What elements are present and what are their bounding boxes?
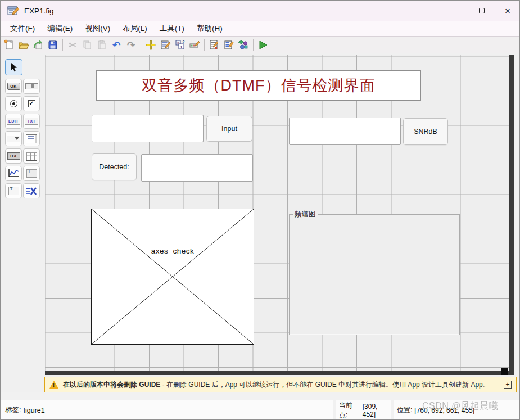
title-bar: EXP1.fig ×	[1, 1, 520, 21]
close-button[interactable]: ×	[495, 1, 520, 21]
guide-window: EXP1.fig × 文件(F) 编辑(E) 视图(V) 布局(L) 工具(T)…	[0, 0, 520, 420]
palette-listbox[interactable]	[23, 131, 40, 146]
banner-text: 在以后的版本中将会删除 GUIDE - 在删除 GUIDE 后，App 可以继续…	[63, 380, 490, 390]
fig-file-icon	[7, 5, 20, 16]
status-tag-field: 标签: figure1	[1, 400, 333, 420]
toolbar-editor-icon	[189, 39, 200, 51]
axes-diagonals	[92, 209, 254, 344]
palette-radio-button[interactable]	[5, 96, 22, 111]
figure-resize-handle[interactable]	[501, 368, 508, 375]
table-icon	[26, 152, 37, 161]
open-figure-icon	[18, 39, 29, 51]
palette-popup-menu[interactable]	[5, 131, 22, 146]
menu-tools[interactable]: 工具(T)	[153, 21, 191, 36]
figure-edge-bottom	[45, 371, 514, 375]
minimize-icon	[453, 11, 459, 11]
spectrum-panel[interactable]: 频谱图	[289, 214, 460, 335]
menu-edit[interactable]: 编辑(E)	[41, 21, 79, 36]
banner-expand-button[interactable]: +	[504, 381, 512, 389]
activex-icon	[26, 187, 37, 196]
paste-button	[94, 38, 109, 52]
maximize-button[interactable]	[469, 1, 495, 21]
object-browser-button[interactable]	[236, 38, 251, 52]
listbox-icon	[26, 134, 37, 143]
palette-button-group[interactable]: T	[5, 183, 22, 198]
status-current-point-field: 当前点: [309, 452]	[336, 400, 391, 420]
tab-order-editor-icon: 3 1 2	[174, 39, 186, 51]
menu-editor-button[interactable]	[158, 38, 173, 52]
palette-table[interactable]	[23, 148, 40, 164]
undo-icon: ↶	[112, 40, 120, 50]
push-button-icon: OK	[7, 83, 20, 90]
edit-text-icon: EDIT	[7, 118, 20, 125]
status-bar: 标签: figure1 当前点: [309, 452] 位置: [760, 69…	[1, 392, 520, 420]
tab-order-editor-button[interactable]: 3 1 2	[173, 38, 187, 52]
status-position-label: 位置:	[397, 405, 412, 415]
run-button[interactable]	[256, 38, 270, 52]
align-objects-icon	[145, 39, 156, 51]
axes-tag-label: axes_check	[150, 247, 196, 255]
toolbar: ✂ ↶ ↷	[1, 37, 520, 53]
input-button[interactable]: Input	[206, 116, 252, 142]
export-icon	[33, 39, 44, 51]
panel-icon: T	[26, 169, 37, 178]
object-browser-icon	[238, 39, 249, 51]
new-figure-icon	[3, 39, 15, 51]
close-icon: ×	[505, 6, 510, 16]
status-position-value: [760, 692, 661, 455]	[414, 407, 474, 414]
cut-icon: ✂	[69, 40, 76, 50]
menu-layout[interactable]: 布局(L)	[116, 21, 153, 36]
palette-static-text[interactable]: TXT	[23, 114, 40, 129]
palette-panel[interactable]: T	[23, 166, 40, 181]
radio-button-icon	[10, 100, 17, 107]
editor-button[interactable]	[207, 38, 221, 52]
window-title: EXP1.fig	[24, 7, 54, 15]
cursor-arrow-icon	[10, 62, 18, 72]
export-button[interactable]	[31, 38, 46, 52]
axes-check-placeholder[interactable]: axes_check	[91, 209, 254, 345]
slider-icon	[25, 83, 38, 89]
property-inspector-button[interactable]	[221, 38, 236, 52]
popup-menu-icon	[7, 136, 20, 142]
menu-view[interactable]: 视图(V)	[79, 21, 116, 36]
status-tag-label: 标签:	[5, 405, 21, 415]
detected-result-field[interactable]	[141, 154, 253, 182]
palette-check-box[interactable]: ✓	[23, 96, 40, 111]
menu-help[interactable]: 帮助(H)	[191, 21, 229, 36]
save-button[interactable]	[46, 38, 60, 52]
palette-axes[interactable]	[5, 166, 22, 181]
palette-edit-text[interactable]: EDIT	[5, 114, 22, 129]
palette-activex[interactable]	[23, 183, 40, 198]
palette-slider[interactable]	[23, 79, 40, 94]
spectrum-panel-label: 频谱图	[293, 210, 318, 219]
axes-icon	[7, 169, 20, 178]
open-figure-button[interactable]	[16, 38, 31, 52]
toolbar-separator	[204, 39, 205, 51]
status-point-label: 当前点:	[339, 401, 360, 420]
snr-value-field[interactable]	[289, 118, 401, 145]
toolbar-editor-button[interactable]	[187, 38, 202, 52]
align-objects-button[interactable]	[143, 38, 158, 52]
redo-icon: ↷	[127, 40, 135, 50]
warning-icon: !	[49, 381, 58, 389]
palette-select-tool[interactable]	[5, 59, 22, 75]
figure-edge-right	[509, 55, 514, 375]
menu-editor-icon	[160, 39, 171, 51]
minimize-button[interactable]	[443, 1, 469, 21]
snrdb-button[interactable]: SNRdB	[403, 118, 448, 145]
run-icon	[257, 39, 269, 51]
palette-push-button[interactable]: OK	[5, 79, 22, 94]
check-box-icon: ✓	[28, 100, 35, 107]
palette-toggle-button[interactable]: TGL	[5, 148, 22, 164]
maximize-icon	[479, 8, 485, 13]
input-signal-field[interactable]	[92, 115, 204, 142]
toolbar-separator	[141, 39, 141, 51]
menu-bar: 文件(F) 编辑(E) 视图(V) 布局(L) 工具(T) 帮助(H)	[1, 21, 520, 37]
detected-label[interactable]: Detected:	[92, 153, 137, 180]
new-figure-button[interactable]	[2, 38, 16, 52]
menu-file[interactable]: 文件(F)	[4, 21, 41, 36]
guide-removal-banner: ! 在以后的版本中将会删除 GUIDE - 在删除 GUIDE 后，App 可以…	[44, 377, 517, 392]
undo-button[interactable]: ↶	[109, 38, 124, 52]
copy-button	[80, 38, 94, 52]
dtmf-title-static-text[interactable]: 双音多频（DTMF）信号检测界面	[96, 70, 421, 101]
